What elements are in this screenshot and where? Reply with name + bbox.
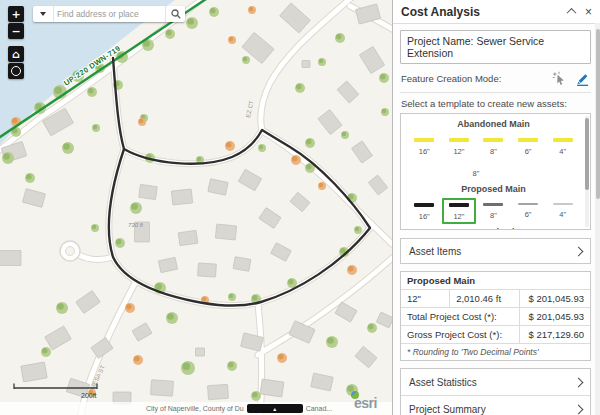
template-scrollbar-thumb[interactable]: [585, 118, 589, 190]
search-source-dropdown[interactable]: [33, 6, 54, 22]
tree-orange: [138, 118, 146, 126]
building-footprint: [233, 257, 251, 272]
rounding-note: * Rounding to 'Two Decimal Points': [401, 344, 590, 360]
collapsed-sections: Asset Statistics Project Summary: [400, 368, 591, 415]
select-wand-icon[interactable]: [552, 71, 567, 86]
map-canvas[interactable]: UP-220 DWN-719EZ CT730 ftMESA ST200ft: [0, 0, 392, 415]
asset-items-label: Asset Items: [409, 246, 461, 257]
search-input[interactable]: [54, 6, 165, 22]
esri-logo: esri: [350, 393, 388, 413]
template-item-label: 16": [419, 147, 430, 156]
tree: [165, 29, 175, 39]
chevron-right-icon: [574, 377, 584, 387]
tree: [92, 124, 100, 132]
template-item-label: 4": [559, 147, 566, 156]
project-summary-section[interactable]: Project Summary: [401, 395, 590, 415]
template-row: 16"12"8"6"4": [405, 198, 582, 224]
panel-scrollbar[interactable]: [595, 23, 600, 415]
template-item-label: 16": [419, 212, 430, 221]
scale-bar-label: 200ft: [81, 392, 97, 399]
template-item-abandoned[interactable]: 16": [407, 133, 442, 159]
tree: [305, 138, 315, 148]
template-item-abandoned[interactable]: 4": [545, 133, 580, 159]
template-item-abandoned[interactable]: 8": [457, 159, 495, 181]
template-item-proposed[interactable]: 6": [511, 198, 546, 224]
caret-down-icon: [40, 12, 46, 16]
tree: [91, 224, 99, 232]
template-row: 8": [405, 159, 582, 181]
tree: [228, 293, 236, 301]
feature-creation-mode-label: Feature Creation Mode:: [401, 73, 501, 84]
map-container[interactable]: UP-220 DWN-719EZ CT730 ftMESA ST200ft +−…: [0, 0, 392, 415]
tree: [209, 7, 219, 17]
template-item-abandoned[interactable]: 8": [476, 133, 511, 159]
app-window: UP-220 DWN-719EZ CT730 ftMESA ST200ft +−…: [0, 0, 600, 415]
draw-pencil-icon[interactable]: [575, 71, 590, 86]
attribution-text-left: City of Naperville, County of Du: [146, 405, 244, 412]
close-icon[interactable]: ×: [585, 6, 592, 18]
building-footprint: [198, 263, 217, 277]
template-item-label: 12": [453, 147, 464, 156]
template-swatch: [518, 138, 538, 142]
panel-body: Project Name: Sewer Service Extension Fe…: [393, 24, 600, 415]
zoom-in-button[interactable]: +: [8, 6, 24, 22]
tree: [367, 323, 377, 333]
template-swatch: [414, 203, 434, 207]
zoom-out-button[interactable]: −: [8, 23, 24, 39]
template-scrollbar[interactable]: [585, 116, 589, 227]
home-button[interactable]: ⌂: [8, 46, 24, 62]
project-summary-label: Project Summary: [409, 404, 486, 415]
attribution-bar: City of Naperville, County of Du ▲ Canad…: [0, 402, 392, 415]
tree-orange: [248, 6, 256, 14]
tree: [166, 312, 178, 324]
tree: [25, 173, 35, 183]
asset-items-section[interactable]: Asset Items: [400, 238, 591, 264]
chevron-right-icon: [574, 404, 584, 414]
template-item-label: 6": [525, 210, 532, 219]
template-item-proposed[interactable]: 16": [407, 198, 442, 224]
tree-orange: [291, 155, 301, 165]
template-item-abandoned[interactable]: 6": [511, 133, 546, 159]
map-toolbar: +−⌂: [8, 6, 24, 80]
template-item-label: 4": [559, 210, 566, 219]
tree: [379, 73, 389, 83]
search-widget: [33, 6, 185, 22]
template-swatch: [414, 138, 434, 142]
tree: [130, 202, 142, 214]
template-item-proposed[interactable]: 4": [545, 198, 580, 224]
tree-orange: [225, 141, 235, 151]
cul-de-sac-island: [66, 247, 75, 256]
tree-orange: [125, 303, 135, 313]
template-item-label: 6": [525, 147, 532, 156]
cost-cell-size: 12": [401, 290, 450, 307]
template-item-label: 8": [490, 147, 497, 156]
cost-table-group-header: Proposed Main: [401, 272, 590, 290]
building-footprint: [139, 184, 158, 199]
panel-scrollbar-thumb[interactable]: [596, 29, 600, 199]
template-swatch: [553, 203, 573, 205]
template-group-name: Abandoned Main: [405, 119, 582, 129]
template-item-proposed[interactable]: 12": [442, 198, 477, 224]
tree: [242, 56, 250, 64]
template-item-label: 12": [453, 212, 464, 221]
asset-statistics-label: Asset Statistics: [409, 377, 477, 388]
locate-button[interactable]: [8, 63, 24, 79]
collapse-panel-icon[interactable]: [567, 8, 577, 18]
cost-analysis-panel: Cost Analysis × Project Name: Sewer Serv…: [392, 0, 600, 415]
asset-statistics-section[interactable]: Asset Statistics: [401, 369, 590, 395]
tree-orange: [228, 36, 236, 44]
tree: [227, 361, 237, 371]
template-row: 16"12"8"6"4": [405, 133, 582, 159]
feature-creation-mode-row: Feature Creation Mode:: [401, 71, 590, 86]
tree: [251, 391, 261, 401]
template-item-abandoned[interactable]: 12": [442, 133, 477, 159]
divider: [400, 92, 591, 93]
tree-orange: [133, 355, 143, 365]
building-footprint: [215, 224, 236, 240]
template-swatch: [518, 203, 538, 206]
search-button[interactable]: [165, 6, 185, 22]
template-item-proposed[interactable]: 8": [476, 198, 511, 224]
template-picker: Abandoned Main16"12"8"6"4"8"Proposed Mai…: [400, 113, 591, 230]
attribution-expand-button[interactable]: ▲: [247, 404, 303, 413]
tree: [41, 347, 51, 357]
